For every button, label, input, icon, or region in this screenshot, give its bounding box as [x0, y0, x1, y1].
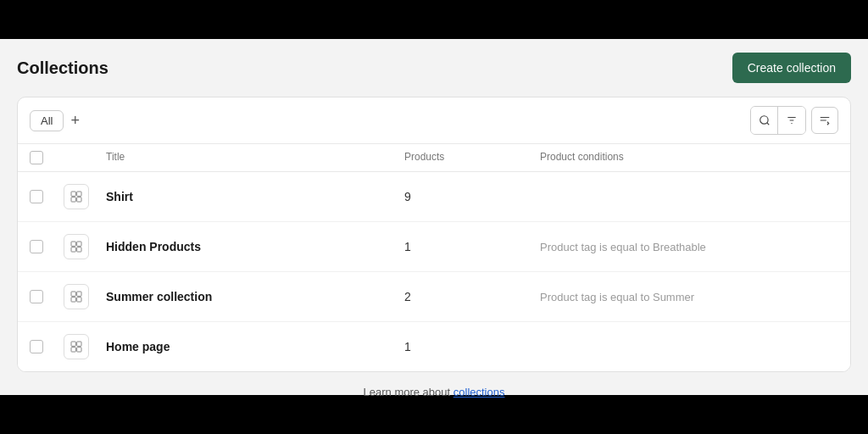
svg-rect-10	[77, 198, 81, 202]
create-collection-button[interactable]: Create collection	[732, 53, 851, 83]
row-checkbox-cell	[30, 340, 64, 353]
svg-rect-13	[71, 248, 75, 252]
collection-thumbnail-icon	[70, 190, 83, 203]
row-title: Hidden Products	[106, 240, 404, 253]
svg-rect-20	[77, 342, 81, 346]
filter-icon	[786, 114, 798, 126]
svg-rect-9	[71, 198, 75, 202]
table-row[interactable]: Shirt 9	[18, 172, 850, 222]
svg-point-0	[760, 116, 767, 124]
row-checkbox-cell	[30, 240, 64, 253]
row-products: 1	[404, 240, 540, 253]
svg-rect-14	[77, 248, 81, 252]
svg-rect-16	[77, 292, 81, 296]
svg-rect-22	[77, 348, 81, 352]
search-button[interactable]	[751, 107, 778, 134]
row-title: Shirt	[106, 190, 404, 203]
tab-all[interactable]: All	[30, 110, 64, 131]
row-checkbox[interactable]	[30, 290, 43, 303]
col-icon	[64, 151, 106, 164]
row-checkbox-cell	[30, 190, 64, 203]
footer: Learn more about collections	[17, 386, 851, 398]
filter-right	[750, 106, 838, 135]
svg-rect-12	[77, 242, 81, 246]
search-icon	[759, 114, 771, 126]
row-checkbox[interactable]	[30, 340, 43, 353]
collection-thumbnail-icon	[70, 340, 83, 353]
row-checkbox-cell	[30, 290, 64, 303]
svg-line-1	[766, 123, 769, 125]
row-icon	[64, 234, 89, 259]
search-filter-group	[750, 106, 806, 135]
svg-rect-19	[71, 342, 75, 346]
page-header: Collections Create collection	[17, 53, 851, 83]
row-conditions: Product tag is equal to Summer	[540, 291, 838, 303]
col-products: Products	[404, 151, 540, 164]
table-row[interactable]: Summer collection 2 Product tag is equal…	[18, 272, 850, 322]
filter-button[interactable]	[778, 107, 805, 134]
row-products: 2	[404, 290, 540, 303]
filter-left: All +	[30, 110, 80, 131]
filter-bar: All +	[18, 97, 850, 144]
collections-link[interactable]: collections	[453, 386, 505, 398]
col-conditions: Product conditions	[540, 151, 838, 164]
svg-rect-7	[71, 192, 75, 196]
row-products: 9	[404, 190, 540, 203]
sort-icon	[819, 114, 831, 126]
row-icon	[64, 184, 89, 209]
svg-rect-15	[71, 292, 75, 296]
select-all-checkbox[interactable]	[30, 151, 43, 164]
row-products: 1	[404, 340, 540, 353]
svg-rect-18	[77, 298, 81, 302]
svg-rect-11	[71, 242, 75, 246]
row-title: Summer collection	[106, 290, 404, 303]
collection-thumbnail-icon	[70, 240, 83, 253]
svg-rect-17	[71, 298, 75, 302]
row-icon	[64, 284, 89, 309]
row-checkbox[interactable]	[30, 240, 43, 253]
svg-rect-21	[71, 348, 75, 352]
row-title: Home page	[106, 340, 404, 353]
col-checkbox	[30, 151, 64, 164]
sort-button[interactable]	[811, 107, 838, 134]
row-conditions: Product tag is equal to Breathable	[540, 241, 838, 253]
col-title: Title	[106, 151, 404, 164]
row-icon	[64, 334, 89, 359]
collections-table: All +	[17, 97, 851, 372]
collection-thumbnail-icon	[70, 290, 83, 303]
table-row[interactable]: Hidden Products 1 Product tag is equal t…	[18, 222, 850, 272]
table-column-headers: Title Products Product conditions	[18, 144, 850, 172]
page-title: Collections	[17, 58, 108, 78]
main-screen: Collections Create collection All +	[0, 39, 868, 395]
add-filter-button[interactable]: +	[70, 113, 80, 128]
table-row[interactable]: Home page 1	[18, 322, 850, 371]
footer-text: Learn more about	[364, 386, 453, 398]
svg-rect-8	[77, 192, 81, 196]
row-checkbox[interactable]	[30, 190, 43, 203]
